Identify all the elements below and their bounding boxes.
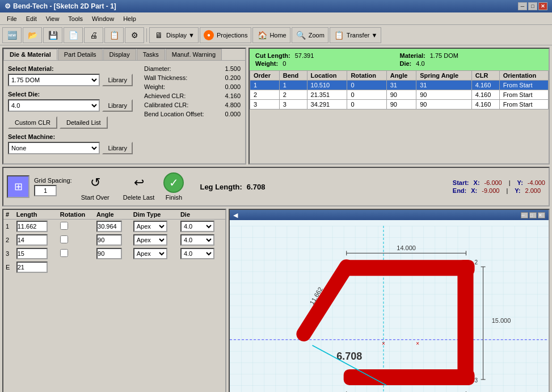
leg-die-select-3[interactable]: 4.0 bbox=[180, 248, 214, 259]
zoom-label: Zoom bbox=[309, 32, 325, 39]
table-row[interactable]: 3 3 34.291 0 90 90 4.160 From Start bbox=[250, 100, 549, 109]
canvas-minimize[interactable]: ─ bbox=[521, 212, 528, 218]
projections-label: Projections bbox=[217, 32, 247, 39]
leg-dimtype-select-3[interactable]: Apex bbox=[133, 248, 167, 259]
table-row[interactable]: 2 2 21.351 0 90 90 4.160 From Start bbox=[250, 90, 549, 100]
toolbar-transfer[interactable]: 📋 Transfer ▼ bbox=[330, 27, 381, 43]
menu-edit[interactable]: Edit bbox=[22, 14, 41, 23]
toolbar: 🆕 📂 💾 📄 🖨 📋 ⚙ 🖥 Display ▼ ● Projections … bbox=[0, 25, 552, 45]
canvas-close[interactable]: ✕ bbox=[538, 212, 545, 218]
leg-angle-input-2[interactable] bbox=[96, 234, 122, 246]
toolbar-new[interactable]: 🆕 bbox=[2, 27, 22, 43]
canvas-nav-icon: ◀ bbox=[233, 212, 238, 219]
menu-tools[interactable]: Tools bbox=[64, 14, 87, 23]
material-select[interactable]: 1.75 DOM bbox=[8, 74, 100, 86]
finish-btn[interactable]: ✓ Finish bbox=[163, 172, 184, 201]
start-x-label: X: bbox=[474, 179, 480, 186]
toolbar-home[interactable]: 🏠 Home bbox=[252, 27, 290, 43]
open-icon: 📂 bbox=[27, 29, 38, 41]
diameter-value: 1.500 bbox=[225, 65, 241, 72]
cell-angle-1: 31 bbox=[386, 81, 416, 90]
transfer-label: Transfer bbox=[347, 32, 370, 39]
achieved-clr-value: 4.160 bbox=[225, 92, 241, 99]
start-over-btn[interactable]: ↺ Start Over bbox=[77, 170, 114, 203]
toolbar-save2[interactable]: 📄 bbox=[64, 27, 83, 43]
cell-bend-2: 2 bbox=[279, 90, 307, 100]
info-bar: Cut Length: 57.391 Material: 1.75 DOM We… bbox=[250, 49, 549, 70]
leg-num-1: 1 bbox=[3, 220, 14, 234]
leg-rotation-check-1[interactable] bbox=[60, 222, 68, 230]
col-angle: Angle bbox=[386, 71, 416, 81]
cell-spring-2: 90 bbox=[416, 90, 472, 100]
tab-die-material[interactable]: Die & Material bbox=[3, 49, 57, 60]
die-group: Select Die: 4.0 Library bbox=[8, 91, 133, 112]
leg-rotation-check-2[interactable] bbox=[60, 235, 68, 243]
toolbar-open[interactable]: 📂 bbox=[23, 27, 42, 43]
point-label-2: 2 bbox=[475, 259, 478, 265]
leg-length-input-3[interactable] bbox=[16, 248, 48, 259]
material-library-btn[interactable]: Library bbox=[102, 74, 133, 86]
canvas-maximize[interactable]: □ bbox=[529, 212, 537, 218]
dim-label-top: 14.000 bbox=[397, 245, 416, 251]
minimize-btn[interactable]: ─ bbox=[518, 2, 527, 10]
coordinates-section: Start: X: -6.000 | Y: -4.000 End: X: -9.… bbox=[453, 179, 545, 194]
leg-dimtype-select-2[interactable]: Apex bbox=[133, 234, 167, 246]
end-y-label: Y: bbox=[515, 187, 520, 194]
tab-part-details[interactable]: Part Details bbox=[58, 49, 103, 60]
toolbar-display[interactable]: 🖥 Display ▼ bbox=[149, 27, 199, 43]
leg-angle-input-3[interactable] bbox=[96, 248, 122, 259]
machine-select[interactable]: None bbox=[8, 142, 100, 154]
new-icon: 🆕 bbox=[6, 29, 18, 41]
toolbar-print[interactable]: 🖨 bbox=[84, 27, 103, 43]
table-row[interactable]: 1 1 10.510 0 31 31 4.160 From Start bbox=[250, 81, 549, 90]
left-panel: Die & Material Part Details Display Task… bbox=[2, 48, 246, 165]
leg-angle-input-1[interactable] bbox=[96, 221, 122, 232]
delete-last-btn[interactable]: ↩ Delete Last bbox=[119, 170, 159, 203]
toolbar-projections[interactable]: ● Projections bbox=[200, 27, 251, 43]
toolbar-zoom[interactable]: 🔍 Zoom bbox=[292, 27, 328, 43]
leg-length-input-1[interactable] bbox=[16, 221, 48, 232]
print2-icon: 📋 bbox=[108, 29, 120, 41]
e-value-input[interactable] bbox=[16, 262, 48, 273]
svg-rect-5 bbox=[457, 260, 473, 385]
maximize-btn[interactable]: □ bbox=[528, 2, 537, 10]
cell-angle-3: 90 bbox=[386, 100, 416, 109]
menu-help[interactable]: Help bbox=[119, 14, 141, 23]
die-info-row: Die: 4.0 bbox=[400, 60, 543, 67]
die-library-btn[interactable]: Library bbox=[102, 99, 133, 112]
end-y-value: 2.000 bbox=[525, 187, 541, 194]
cell-order-3: 3 bbox=[250, 100, 280, 109]
toolbar-settings[interactable]: ⚙ bbox=[125, 27, 144, 43]
close-btn[interactable]: ✕ bbox=[538, 2, 547, 10]
menu-file[interactable]: File bbox=[2, 14, 22, 23]
calibrated-clr-value: 4.800 bbox=[225, 102, 241, 108]
detailed-list-btn[interactable]: Detailed List bbox=[60, 116, 108, 129]
cell-angle-2: 90 bbox=[386, 90, 416, 100]
grid-spacing-input[interactable] bbox=[34, 185, 57, 196]
cut-length-label: Cut Length: bbox=[255, 52, 290, 59]
tab-tasks[interactable]: Tasks bbox=[137, 49, 165, 60]
material-info-label: Material: bbox=[400, 52, 425, 59]
leg-die-select-2[interactable]: 4.0 bbox=[180, 234, 214, 246]
leg-dimtype-select-1[interactable]: Apex bbox=[133, 221, 167, 232]
custom-clr-btn[interactable]: Custom CLR bbox=[8, 116, 57, 129]
start-label: Start: bbox=[453, 179, 469, 186]
toolbar-save[interactable]: 💾 bbox=[43, 27, 62, 43]
app-logo: ⚙ bbox=[5, 2, 11, 10]
machine-library-btn[interactable]: Library bbox=[102, 142, 133, 154]
menu-view[interactable]: View bbox=[41, 14, 64, 23]
canvas-area: ◀ ─ □ ✕ bbox=[229, 209, 550, 392]
toolbar-print2[interactable]: 📋 bbox=[104, 27, 124, 43]
bend-location-value: 0.000 bbox=[225, 111, 241, 117]
tab-manuf-warning[interactable]: Manuf. Warning bbox=[166, 49, 222, 60]
die-select[interactable]: 4.0 bbox=[8, 99, 100, 112]
start-x-value: -6.000 bbox=[484, 179, 502, 186]
menu-window[interactable]: Window bbox=[87, 14, 119, 23]
canvas-inner: 14.000 15.000 21.000 11.662 6.708 bbox=[230, 220, 549, 392]
settings-icon: ⚙ bbox=[129, 29, 140, 41]
leg-rotation-check-3[interactable] bbox=[60, 249, 68, 257]
weight-value: 0.000 bbox=[225, 83, 241, 90]
tab-display[interactable]: Display bbox=[103, 49, 136, 60]
leg-die-select-1[interactable]: 4.0 bbox=[180, 221, 214, 232]
leg-length-input-2[interactable] bbox=[16, 234, 48, 246]
